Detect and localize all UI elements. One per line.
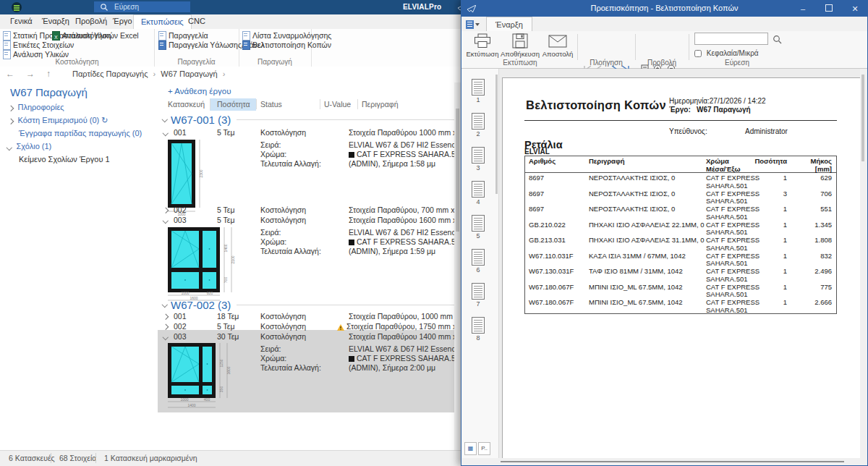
breadcrumb-separator-icon: › [153, 69, 156, 78]
search-input[interactable] [113, 2, 188, 12]
detail-label: Χρώμα: [260, 150, 286, 158]
find-button[interactable] [773, 35, 782, 44]
preview-vertical-scrollbar[interactable] [860, 69, 866, 458]
print-button[interactable]: Εκτύπωση [466, 33, 499, 58]
find-input-box[interactable] [694, 33, 768, 45]
col-uvalue[interactable]: U-Value [324, 100, 351, 109]
page-thumbnail[interactable]: 3 [472, 147, 485, 171]
document-icon [3, 31, 11, 41]
breadcrumb-item[interactable]: Παρτίδες Παραγωγής [72, 69, 148, 78]
row-expander-icon[interactable] [163, 208, 169, 213]
table-row[interactable]: 001 5 Τεμ Κοστολόγηση Στοιχεία Παραθύρου… [158, 128, 461, 138]
minimize-button[interactable]: – [791, 1, 815, 17]
row-expander-icon[interactable] [163, 130, 169, 136]
case-sensitive-option[interactable]: Κεφαλαία/Μικρά [694, 49, 759, 57]
save-button[interactable]: Αποθήκευση [501, 33, 540, 58]
offcut-code: 8697 [529, 174, 587, 182]
offcut-code: 8697 [529, 190, 587, 198]
page-number: 4 [472, 198, 485, 206]
offcut-row: W67.180.067F ΜΠΙΝΙ ΙΣΙΟ_ML 67.5MM, 1042 … [525, 297, 836, 313]
row-desc: Στοιχεία Παραθύρου 1000 mm x 2300 mm [349, 128, 461, 137]
page-number: 7 [472, 300, 485, 308]
offcut-row: W67.130.031F ΤΑΦ ΙΣΙΟ 81MM / 31MM, 1042 … [525, 266, 836, 282]
search-icon [100, 3, 109, 12]
thumbnails-tab[interactable]: ▦ [464, 442, 477, 455]
table-row[interactable]: 001 18 Τεμ Κοστολόγηση Στοιχεία Παραθύρο… [158, 312, 461, 322]
row-expander-icon[interactable] [163, 314, 169, 320]
page-thumbnail[interactable]: 2 [472, 113, 485, 137]
offcut-qty: 1 [742, 174, 787, 182]
page-thumbnail[interactable]: 4 [472, 181, 485, 206]
detail-series: ELVIAL W67 & D67 HI2 Essence Κλασσική Έκ… [349, 140, 461, 149]
page-thumbnail[interactable]: 8 [472, 317, 485, 342]
row-status: Κοστολόγηση [260, 128, 306, 137]
detail-changed: (ADMIN), Σήμερα 1:59 μμ [349, 247, 461, 255]
group-header[interactable]: W67-002 (3) [158, 298, 458, 311]
color-swatch [349, 240, 354, 245]
page-thumbnail[interactable]: 6 [472, 249, 485, 274]
row-expander-icon[interactable] [163, 324, 169, 330]
report-date: Ημερομηνία:27/1/2026 / 14:22 [669, 97, 766, 105]
back-arrow-icon[interactable]: ← [6, 69, 14, 79]
detail-label: Σειρά: [260, 140, 281, 149]
close-button[interactable]: ✕ [843, 1, 867, 17]
find-input[interactable] [695, 35, 770, 47]
page-thumbnail[interactable]: 5 [472, 215, 485, 240]
detail-series: ELVIAL W67 & D67 HI2 Essence Κλασσική Έκ… [349, 228, 461, 237]
table-row[interactable]: 002 5 Τεμ Κοστολόγηση Στοιχεία Παραθύρου… [158, 322, 461, 332]
maximize-button[interactable] [817, 1, 841, 17]
row-qty: 5 Τεμ [217, 128, 235, 137]
offcut-desc: ΝΕΡΟΣΤΑΛΑΚΤΗΣ ΙΣΙΟΣ, 0 [589, 206, 705, 213]
offcut-length: 629 [788, 174, 832, 182]
table-row[interactable]: 002 5 Τεμ Κοστολόγηση Στοιχεία Παραθύρου… [158, 206, 461, 216]
row-expander-icon[interactable] [163, 334, 169, 340]
assembly-list-button[interactable]: Λίστα Συναρμολόγησης [242, 31, 331, 41]
row-id: 003 [174, 216, 187, 224]
save-icon [512, 33, 528, 48]
page-thumbnail[interactable]: 1 [472, 79, 485, 103]
status-marked: 1 Κατασκευή μαρκαρισμένη [104, 454, 197, 462]
detail-color: CAT F EXPRESS SAHARA.501 SAHARA BLACK QU… [349, 354, 461, 363]
global-search-box[interactable] [94, 1, 190, 12]
svg-text:1400: 1400 [187, 403, 195, 407]
element-labels-button[interactable]: Ετικέτες Στοιχείων [3, 41, 74, 50]
col-perigrafi[interactable]: Περιγραφή [362, 100, 399, 109]
tree-item-cost-allocation[interactable]: Κόστη Επιμερισμού (0) ↻ [9, 116, 108, 125]
forward-arrow-icon[interactable]: → [26, 69, 35, 79]
thumbnail-scrollbar[interactable] [495, 75, 498, 194]
construction-list: + Ανάθεση έργου Κατασκευή Ποσότητα Statu… [158, 82, 461, 450]
material-analysis-excel-button[interactable]: Ανάλυση Υλικών Excel [52, 31, 139, 41]
preview-horizontal-scrollbar[interactable] [501, 459, 859, 463]
tab-cnc[interactable]: CNC [181, 14, 213, 28]
up-arrow-icon[interactable]: ↑ [46, 69, 51, 79]
case-sensitive-checkbox[interactable] [694, 50, 702, 57]
col-posotita[interactable]: Ποσότητα [217, 100, 250, 109]
group-label-print: Εκτύπωση [466, 59, 574, 67]
app-menu-button[interactable] [466, 19, 483, 30]
send-button[interactable]: Αποστολή [541, 33, 574, 58]
table-row[interactable]: 003 30 Τεμ Κοστολόγηση Στοιχεία Παραθύρο… [158, 332, 461, 342]
tree-item-comment-text[interactable]: Κείμενο Σχολίων Έργου 1 [19, 155, 110, 164]
page-thumbnail[interactable]: 7 [472, 283, 485, 308]
preview-tab-home[interactable]: Έναρξη [486, 17, 532, 32]
tree-item-information[interactable]: Πληροφορίες [9, 103, 64, 111]
table-row[interactable]: 003 5 Τεμ Κοστολόγηση Στοιχεία Παραθύρου… [158, 216, 461, 226]
tree-item-comment[interactable]: Σχόλιο (1) [7, 142, 51, 151]
page-thumbnail-icon [472, 283, 485, 300]
group-header[interactable]: W67-001 (3) [158, 113, 458, 126]
col-status[interactable]: Status [260, 100, 282, 109]
order-button[interactable]: Παραγγελία [158, 31, 208, 41]
offcut-desc: ΚΑΣΑ ΙΣΙΑ 31MM / 67MM, 1042 [589, 253, 705, 260]
envelope-icon [548, 35, 567, 48]
tree-item-batch-documents[interactable]: Έγγραφα παρτίδας παραγωγής (0) [19, 129, 142, 137]
offcut-code: GB.210.022 [529, 221, 587, 229]
assign-project-link[interactable]: + Ανάθεση έργου [168, 87, 231, 96]
col-kataskevi[interactable]: Κατασκευή [168, 100, 205, 109]
breadcrumb-item[interactable]: W67 Παραγωγή [161, 69, 217, 78]
svg-text:1000: 1000 [180, 397, 188, 402]
list-scrollbar[interactable] [454, 82, 461, 450]
row-expander-icon[interactable] [163, 218, 169, 224]
refresh-icon[interactable]: ↻ [101, 116, 108, 124]
parameters-tab[interactable]: P.. [478, 442, 490, 455]
cut-optimization-button[interactable]: Βελτιστοποίηση Κοπών [242, 41, 331, 50]
